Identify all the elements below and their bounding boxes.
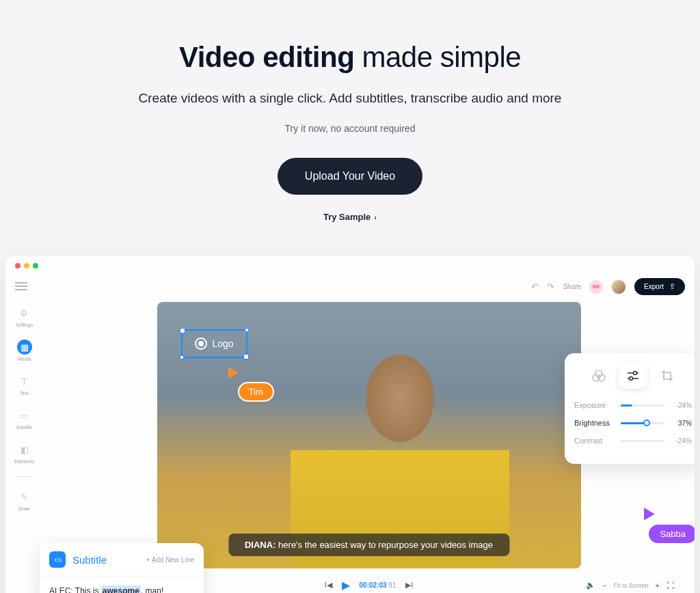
time-display: 00:02:03 91 <box>360 581 396 589</box>
sidebar-item-media[interactable]: ▦ Media <box>17 340 32 361</box>
close-dot-icon <box>15 263 21 268</box>
subtitle-panel-icon: ▭ <box>49 551 66 568</box>
try-sample-link[interactable]: Try Sample› <box>14 212 686 222</box>
crop-tab[interactable] <box>653 363 682 389</box>
hero-tryit: Try it now, no account required <box>14 123 686 134</box>
upload-video-button[interactable]: Upload Your Video <box>278 158 422 195</box>
hero-subtitle: Create videos with a single click. Add s… <box>14 91 686 106</box>
subtitle-panel: ▭ Subtitle + Add New Line ALEC: This is … <box>40 543 204 593</box>
share-button[interactable]: Share <box>563 283 581 290</box>
skip-forward-button[interactable]: ▶I <box>405 581 413 590</box>
brightness-row[interactable]: Brightness 37% <box>574 419 692 427</box>
svg-point-4 <box>634 372 637 375</box>
logo-overlay[interactable]: Logo <box>181 329 247 358</box>
sidebar-item-elements[interactable]: ◧ Elements <box>14 442 34 464</box>
adjustments-panel: Exposure -24% Brightness 37% Contrast -2… <box>565 353 695 464</box>
color-balance-tab[interactable] <box>584 363 613 389</box>
pencil-icon: ✎ <box>17 489 32 504</box>
video-caption: DIANA: here's the easiest way to repurpo… <box>228 534 509 556</box>
maximize-dot-icon <box>33 263 38 268</box>
subtitle-line-1[interactable]: ALEC: This is awesome, man! <box>40 576 204 593</box>
hero-title: Video editing made simple <box>14 41 686 74</box>
video-subject <box>291 307 509 567</box>
fullscreen-icon[interactable]: ⛶ <box>667 581 674 590</box>
redo-icon[interactable]: ↷ <box>547 281 554 292</box>
fit-to-screen-label[interactable]: Fit to Screen <box>614 582 649 589</box>
media-icon: ▦ <box>17 340 32 355</box>
minimize-dot-icon <box>24 263 29 268</box>
contrast-row[interactable]: Contrast -24% <box>574 437 692 445</box>
left-sidebar: ⚙ Settings ▦ Media T Text ▭ Subtitle ◧ E… <box>5 302 43 593</box>
video-canvas[interactable]: Logo Tim DIANA: here's the easiest way t… <box>157 302 581 568</box>
collaborator-cursor-sabba: Sabba <box>641 507 695 544</box>
undo-icon[interactable]: ↶ <box>531 281 539 292</box>
subtitle-panel-title: Subtitle <box>72 554 107 566</box>
zoom-out-button[interactable]: − <box>602 581 606 590</box>
user-avatar[interactable] <box>611 279 626 294</box>
contrast-slider[interactable] <box>621 440 664 442</box>
window-controls <box>5 256 695 275</box>
gear-icon: ⚙ <box>16 305 31 320</box>
sidebar-item-text[interactable]: T Text <box>17 374 32 396</box>
subtitle-icon: ▭ <box>16 408 31 423</box>
exposure-row[interactable]: Exposure -24% <box>574 401 692 409</box>
skip-back-button[interactable]: I◀ <box>324 581 332 590</box>
sidebar-item-subtitle[interactable]: ▭ Subtitle <box>16 408 32 430</box>
editor-window: ↶ ↷ Share SK Export ⇧ ⚙ Settings ▦ Media… <box>5 256 695 593</box>
cursor-icon <box>224 365 238 378</box>
sidebar-divider <box>16 476 33 477</box>
cursor-icon <box>639 505 656 521</box>
svg-point-6 <box>630 377 633 381</box>
zoom-in-button[interactable]: + <box>656 581 660 590</box>
collaborator-avatar[interactable]: SK <box>589 280 603 294</box>
export-button[interactable]: Export ⇧ <box>634 278 685 295</box>
add-new-line-button[interactable]: + Add New Line <box>146 556 194 564</box>
logo-icon <box>195 337 207 350</box>
chevron-right-icon: › <box>374 213 377 221</box>
play-button[interactable]: ▶ <box>342 579 350 592</box>
brightness-slider[interactable] <box>621 422 664 424</box>
menu-icon[interactable] <box>15 281 27 293</box>
sidebar-item-settings[interactable]: ⚙ Settings <box>16 305 33 327</box>
upload-icon: ⇧ <box>669 282 675 291</box>
text-icon: T <box>17 374 32 389</box>
elements-icon: ◧ <box>17 442 32 457</box>
sidebar-item-draw[interactable]: ✎ Draw <box>17 489 32 511</box>
collaborator-cursor-tim: Tim <box>226 367 274 402</box>
volume-icon[interactable]: 🔈 <box>586 581 595 590</box>
exposure-slider[interactable] <box>621 404 664 406</box>
sliders-tab[interactable] <box>619 363 647 389</box>
